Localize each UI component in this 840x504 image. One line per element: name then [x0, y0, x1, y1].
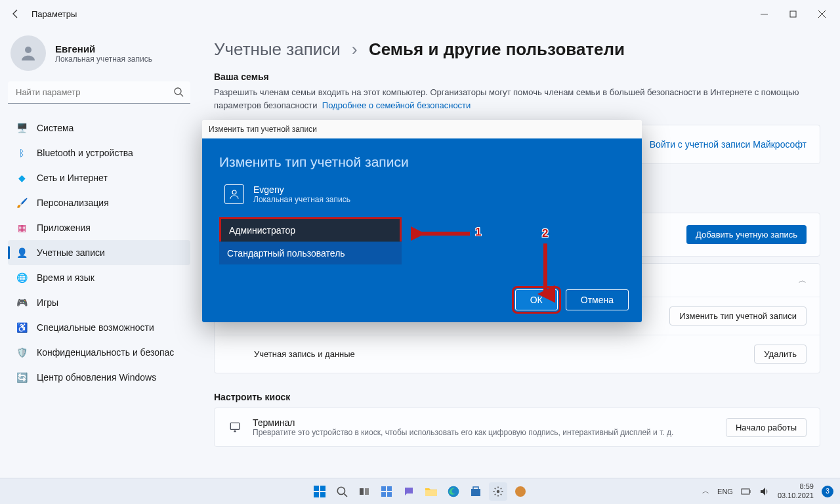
breadcrumb-parent[interactable]: Учетные записи [214, 39, 341, 59]
svg-point-17 [232, 190, 236, 194]
kiosk-title: Терминал [253, 417, 673, 428]
account-data-row: Учетная запись и данные Удалить [215, 335, 820, 373]
sidebar-item[interactable]: 🛡️Конфиденциальность и безопас [8, 340, 190, 365]
dropdown-option-standard[interactable]: Стандартный пользователь [219, 242, 402, 264]
close-button[interactable] [807, 3, 836, 24]
nav-icon: 🖌️ [16, 197, 28, 209]
sidebar-item[interactable]: 🔄Центр обновления Windows [8, 365, 190, 390]
nav-icon: 🛡️ [16, 346, 28, 358]
sidebar-item[interactable]: ▦Приложения [8, 215, 190, 240]
svg-rect-20 [314, 486, 319, 491]
svg-point-24 [337, 487, 345, 494]
widgets-icon[interactable] [377, 482, 396, 501]
tray-volume-icon[interactable] [759, 487, 770, 496]
search-input[interactable] [8, 81, 190, 104]
svg-rect-31 [387, 492, 392, 497]
svg-rect-28 [381, 486, 386, 491]
nav-icon: 🎮 [16, 297, 28, 308]
svg-rect-23 [320, 492, 326, 497]
chevron-up-icon[interactable]: ︿ [799, 275, 807, 286]
kiosk-card: Терминал Превратите это устройство в кио… [214, 408, 820, 447]
tray-lang[interactable]: ENG [717, 488, 733, 495]
settings-taskbar-icon[interactable] [489, 482, 507, 501]
user-subtitle: Локальная учетная запись [55, 54, 152, 64]
kiosk-heading: Настроить киоск [214, 392, 820, 402]
breadcrumb-current: Семья и другие пользователи [369, 39, 625, 59]
sidebar-item[interactable]: ♿Специальные возможности [8, 315, 190, 340]
nav-label: Время и язык [37, 272, 94, 283]
nav-icon: 👤 [16, 247, 28, 259]
sidebar: Евгений Локальная учетная запись 🖥️Систе… [0, 28, 197, 478]
sidebar-item[interactable]: ◆Сеть и Интернет [8, 165, 190, 190]
kiosk-start-button[interactable]: Начало работы [726, 418, 807, 437]
back-button[interactable] [4, 2, 28, 26]
account-type-dropdown[interactable]: Администратор Стандартный пользователь [219, 217, 402, 243]
dialog-cancel-button[interactable]: Отмена [566, 289, 629, 310]
avatar [10, 35, 46, 71]
nav-icon: ◆ [16, 172, 28, 184]
app-icon[interactable] [511, 482, 530, 501]
tray-network-icon[interactable] [741, 487, 751, 496]
svg-rect-32 [425, 490, 437, 496]
taskbar-center [310, 482, 530, 501]
nav-label: Конфиденциальность и безопас [37, 347, 174, 358]
start-button[interactable] [310, 482, 329, 501]
sidebar-item[interactable]: 🖌️Персонализация [8, 190, 190, 215]
change-type-button[interactable]: Изменить тип учетной записи [669, 306, 807, 326]
signin-link[interactable]: Войти с учетной записи Майкрософт [650, 139, 807, 150]
delete-button[interactable]: Удалить [754, 345, 807, 364]
dialog-avatar-icon [224, 184, 244, 204]
edge-icon[interactable] [444, 482, 463, 501]
sidebar-item[interactable]: 🖥️Система [8, 116, 190, 140]
sidebar-item[interactable]: ᛒBluetooth и устройства [8, 140, 190, 165]
tray-datetime[interactable]: 8:59 03.10.2021 [778, 482, 814, 501]
family-safety-link[interactable]: Подробнее о семейной безопасности [322, 100, 471, 110]
taskview-icon[interactable] [355, 482, 373, 501]
svg-rect-14 [230, 423, 239, 429]
search-taskbar-icon[interactable] [333, 482, 351, 501]
nav-label: Bluetooth и устройства [37, 148, 133, 158]
store-icon[interactable] [467, 482, 485, 501]
user-block[interactable]: Евгений Локальная учетная запись [8, 35, 190, 71]
search-box[interactable] [8, 81, 190, 104]
titlebar: Параметры [0, 0, 840, 28]
add-account-button[interactable]: Добавить учетную запись [686, 225, 807, 244]
minimize-button[interactable] [749, 3, 778, 24]
system-tray[interactable]: ︿ ENG 8:59 03.10.2021 3 [696, 482, 840, 501]
nav-label: Система [37, 123, 74, 133]
nav-icon: ▦ [16, 222, 28, 234]
svg-rect-29 [387, 486, 392, 491]
tray-notification-count[interactable]: 3 [822, 486, 833, 497]
taskbar: ︿ ENG 8:59 03.10.2021 3 [0, 478, 840, 504]
nav-icon: ᛒ [16, 147, 28, 159]
nav-label: Приложения [37, 222, 91, 233]
tray-chevron-icon[interactable]: ︿ [702, 486, 709, 496]
family-heading: Ваша семья [214, 72, 820, 82]
svg-line-6 [180, 94, 183, 96]
sidebar-item[interactable]: 👤Учетные записи [8, 240, 190, 265]
family-desc: Разрешить членам семьи входить на этот к… [214, 86, 820, 112]
dialog-ok-button[interactable]: ОК [515, 289, 558, 310]
svg-rect-38 [742, 489, 749, 494]
breadcrumb: Учетные записи › Семья и другие пользова… [214, 39, 820, 60]
svg-point-37 [515, 486, 526, 497]
sidebar-item[interactable]: 🎮Игры [8, 290, 190, 315]
maximize-button[interactable] [778, 3, 807, 24]
svg-rect-27 [365, 488, 369, 495]
dropdown-option-admin[interactable]: Администратор [221, 219, 400, 242]
dialog-user-name: Evgeny [253, 184, 350, 195]
window-title: Параметры [32, 9, 77, 19]
sidebar-item[interactable]: 🌐Время и язык [8, 265, 190, 290]
nav-icon: 🌐 [16, 272, 28, 284]
svg-point-5 [175, 88, 181, 94]
dialog-titlebar: Изменить тип учетной записи [202, 120, 642, 138]
svg-rect-1 [790, 11, 796, 17]
svg-point-36 [497, 490, 500, 493]
nav-label: Сеть и Интернет [37, 173, 108, 183]
explorer-icon[interactable] [422, 482, 440, 501]
svg-point-4 [25, 47, 32, 53]
nav-label: Центр обновления Windows [37, 372, 156, 383]
nav-label: Игры [37, 297, 58, 308]
svg-rect-26 [360, 488, 364, 495]
chat-icon[interactable] [400, 482, 418, 501]
